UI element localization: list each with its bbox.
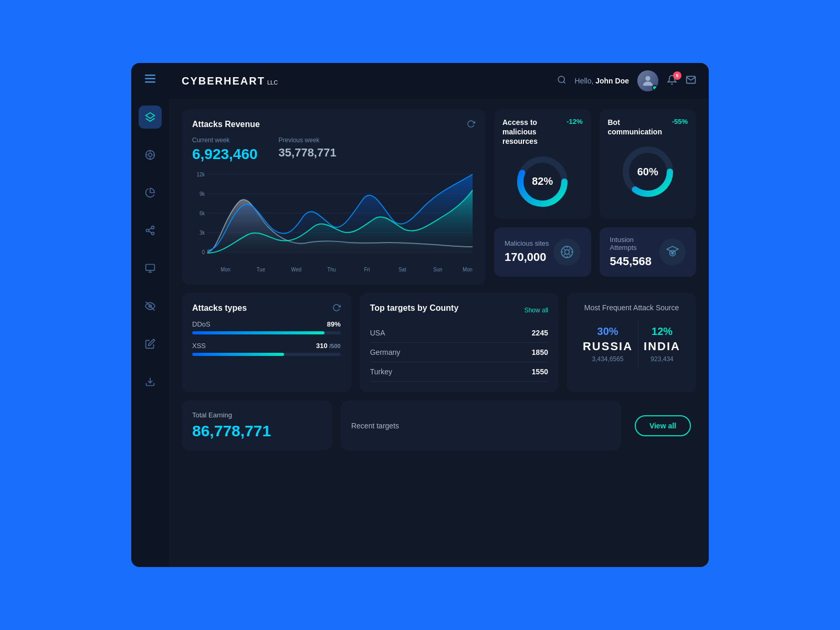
access-malicious-card: Access to malicious resources -12% [494,109,591,219]
sidebar-item-monitor[interactable] [139,257,162,280]
svg-rect-0 [145,75,155,76]
malicious-sites-icon [553,238,581,266]
count-usa: 2245 [532,329,548,337]
russia-num: 3,434,6565 [592,355,624,363]
logo-text: CYBERHEART [182,75,265,87]
svg-text:9k: 9k [200,191,205,197]
xss-value: 310 /500 [316,342,341,350]
bot-communication-value: 60% [637,166,658,178]
intrusion-attempts-label: Intusion Attempts [610,236,660,251]
ddos-fill [192,331,324,334]
current-week-value: 6,923,460 [192,146,258,163]
count-germany: 1850 [532,348,548,356]
source-india: 12% INDIA 923,434 [638,320,686,368]
content-grid: Attacks Revenue Current week 6,923,460 [169,99,709,567]
svg-point-53 [671,252,674,254]
access-malicious-value: 82% [532,175,553,187]
attacks-types-card: Attacks types DDoS 89% [182,293,351,392]
xss-label: XSS [192,342,206,350]
row1: Attacks Revenue Current week 6,923,460 [182,109,696,285]
svg-point-47 [564,249,569,254]
source-grid: 30% RUSSIA 3,434,6565 12% INDIA 923,434 [578,320,686,368]
svg-point-5 [149,153,152,157]
main-area: CYBERHEART LLC Hello, John Doe [169,63,709,567]
current-week-stat: Current week 6,923,460 [192,136,258,163]
table-row: Germany 1850 [370,343,548,362]
sidebar-item-pie[interactable] [139,181,162,204]
svg-rect-2 [145,81,155,83]
sidebar-menu-icon[interactable] [145,74,155,86]
sidebar-item-eye[interactable] [139,295,162,318]
logo-sub: LLC [267,79,278,86]
donut-row: Access to malicious resources -12% [494,109,696,219]
country-usa: USA [370,329,385,337]
sidebar-item-layers[interactable] [139,106,162,129]
svg-line-19 [146,302,155,311]
svg-text:Fri: Fri [364,267,370,272]
svg-text:Mon: Mon [463,267,472,272]
svg-point-11 [146,229,149,232]
avatar [637,70,658,91]
refresh-button[interactable] [467,120,475,130]
svg-point-21 [558,76,564,82]
view-all-button[interactable]: View all [635,415,691,436]
mail-icon[interactable] [686,75,696,88]
intrusion-attempts-value: 545,568 [610,255,660,268]
xss-fill [192,353,284,356]
svg-text:Wed: Wed [291,267,301,272]
svg-text:Thu: Thu [327,267,336,272]
country-germany: Germany [370,348,401,356]
malicious-sites-card: Malicious sites 170,000 [494,227,591,277]
svg-marker-3 [146,113,155,119]
attacks-chart: 12k 9k 6k 3k 0 Mon Tue Wed Thu Fri Sat [192,169,475,274]
attacks-revenue-card: Attacks Revenue Current week 6,923,460 [182,109,486,285]
svg-text:Sun: Sun [433,267,442,272]
row3: Total Earning 86,778,771 Recent targets … [182,401,696,450]
show-all-link[interactable]: Show all [524,307,548,314]
intrusion-attempts-card: Intusion Attempts 545,568 [600,227,697,277]
right-column: Access to malicious resources -12% [494,109,696,285]
ddos-value: 89% [327,320,341,328]
notifications-bell[interactable]: 5 [667,75,677,87]
stats-row: Current week 6,923,460 Previous week 35,… [192,136,475,163]
top-targets-card: Top targets by County Show all USA 2245 … [360,293,559,392]
attack-source-card: Most Frequent Attack Source 30% RUSSIA 3… [567,293,696,392]
previous-week-stat: Previous week 35,778,771 [279,136,337,163]
sidebar-item-edit[interactable] [139,332,162,355]
xss-track [192,353,341,356]
svg-rect-15 [146,265,155,271]
sidebar [131,63,169,567]
ddos-bar-row: DDoS 89% [192,320,341,334]
svg-line-13 [149,231,152,233]
svg-line-22 [563,81,565,83]
russia-name: RUSSIA [583,340,633,353]
country-turkey: Turkey [370,368,392,376]
access-malicious-title: Access to malicious resources [502,118,566,146]
svg-point-10 [152,226,154,229]
intrusion-icon [659,238,686,266]
earning-label: Total Earning [192,411,322,419]
bot-communication-change: -55% [672,118,688,125]
recent-targets-label: Recent targets [351,422,399,430]
svg-text:3k: 3k [200,230,205,236]
sidebar-item-target[interactable] [139,143,162,166]
svg-point-23 [645,76,650,81]
source-russia: 30% RUSSIA 3,434,6565 [578,320,638,368]
sidebar-item-download[interactable] [139,370,162,393]
svg-point-12 [152,232,154,235]
attacks-types-refresh[interactable] [332,303,341,314]
table-row: Turkey 1550 [370,362,548,382]
attacks-revenue-title: Attacks Revenue [192,120,260,129]
header: CYBERHEART LLC Hello, John Doe [169,63,709,99]
sidebar-item-network[interactable] [139,219,162,242]
russia-pct: 30% [597,326,618,338]
search-icon[interactable] [557,75,566,87]
bot-communication-title: Bot communication [608,118,672,136]
recent-targets-card: Recent targets [341,401,621,450]
svg-text:Sat: Sat [398,267,406,272]
avatar-online-dot [652,85,657,90]
bottom-icons-row: Malicious sites 170,000 [494,227,696,277]
logo: CYBERHEART LLC [182,75,278,87]
row2: Attacks types DDoS 89% [182,293,696,392]
svg-line-14 [149,228,152,229]
